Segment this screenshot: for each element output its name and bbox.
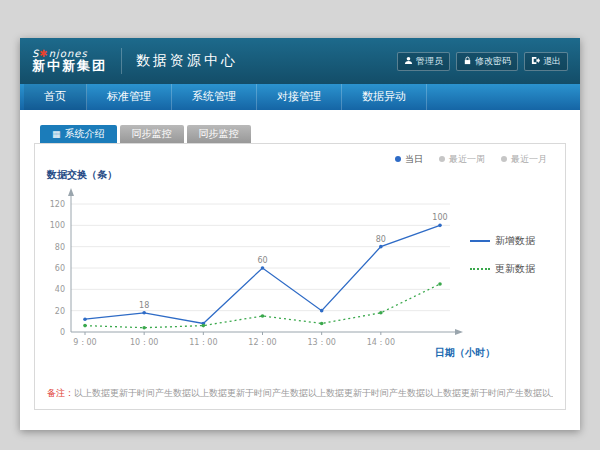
svg-text:100: 100 xyxy=(432,213,447,222)
admin-user-button[interactable]: 管理员 xyxy=(397,52,450,71)
svg-text:60: 60 xyxy=(257,256,267,265)
filter-last-week[interactable]: 最近一周 xyxy=(439,153,485,166)
svg-text:9：00: 9：00 xyxy=(73,338,96,347)
dot-icon xyxy=(439,156,445,162)
nav-item-home[interactable]: 首页 xyxy=(24,84,87,110)
header-divider xyxy=(121,48,122,74)
filter-label: 当日 xyxy=(405,153,423,166)
brand-mark-icon: ✱ xyxy=(39,48,48,59)
nav-item-data-change[interactable]: 数据异动 xyxy=(342,84,427,110)
footer-note: 备注：以上数据更新于时间产生数据以上数据更新于时间产生数据以上数据更新于时间产生… xyxy=(47,387,553,400)
brand-logo: S✱njones 新中新集团 xyxy=(32,48,107,74)
chart-row: 0204060801001209：0010：0011：0012：0013：001… xyxy=(45,182,555,362)
note-label: 备注： xyxy=(47,388,74,398)
nav-item-standard-mgmt[interactable]: 标准管理 xyxy=(87,84,172,110)
grid-icon: ▦ xyxy=(52,130,61,139)
page-title: 数据资源中心 xyxy=(136,52,238,70)
legend-item-updated-data[interactable]: 更新数据 xyxy=(470,262,554,276)
svg-text:60: 60 xyxy=(55,264,65,273)
tab-system-intro[interactable]: ▦ 系统介绍 xyxy=(40,125,117,143)
time-filter-legend: 当日 最近一周 最近一月 xyxy=(45,152,555,166)
tab-label: 同步监控 xyxy=(132,125,172,143)
svg-text:80: 80 xyxy=(376,235,386,244)
svg-text:100: 100 xyxy=(50,221,65,230)
svg-text:0: 0 xyxy=(60,328,65,337)
svg-text:18: 18 xyxy=(139,301,149,310)
brand-name-cn: 新中新集团 xyxy=(32,59,107,74)
logout-button[interactable]: 退出 xyxy=(524,52,568,71)
note-text: 以上数据更新于时间产生数据以上数据更新于时间产生数据以上数据更新于时间产生数据以… xyxy=(74,388,553,398)
app-window: S✱njones 新中新集团 数据资源中心 管理员 修改密码 退出 首页 标准管… xyxy=(20,38,580,430)
nav-item-connection-mgmt[interactable]: 对接管理 xyxy=(257,84,342,110)
svg-text:80: 80 xyxy=(55,243,65,252)
tab-strip: ▦ 系统介绍 同步监控 同步监控 xyxy=(34,125,566,144)
svg-text:11：00: 11：00 xyxy=(189,338,217,347)
main-nav: 首页 标准管理 系统管理 对接管理 数据异动 xyxy=(20,84,580,110)
change-password-button[interactable]: 修改密码 xyxy=(456,52,518,71)
logout-icon xyxy=(531,56,540,67)
filter-today[interactable]: 当日 xyxy=(395,153,423,166)
svg-text:120: 120 xyxy=(50,200,65,209)
tab-sync-monitor-2[interactable]: 同步监控 xyxy=(187,125,251,143)
dot-icon xyxy=(501,156,507,162)
solid-line-swatch-icon xyxy=(470,240,490,242)
app-header: S✱njones 新中新集团 数据资源中心 管理员 修改密码 退出 xyxy=(20,38,580,84)
tab-sync-monitor-1[interactable]: 同步监控 xyxy=(120,125,184,143)
series-label: 更新数据 xyxy=(495,262,535,276)
admin-user-label: 管理员 xyxy=(416,55,443,68)
dotted-line-swatch-icon xyxy=(470,268,490,270)
svg-text:40: 40 xyxy=(55,285,65,294)
svg-text:20: 20 xyxy=(55,307,65,316)
svg-text:13：00: 13：00 xyxy=(307,338,335,347)
line-chart: 0204060801001209：0010：0011：0012：0013：001… xyxy=(45,182,470,362)
dot-icon xyxy=(395,156,401,162)
user-icon xyxy=(404,56,413,67)
nav-item-system-mgmt[interactable]: 系统管理 xyxy=(172,84,257,110)
chart-panel: 当日 最近一周 最近一月 数据交换（条） 0204060801001209：00… xyxy=(34,144,566,410)
content-area: ▦ 系统介绍 同步监控 同步监控 当日 最近一周 xyxy=(20,110,580,410)
filter-last-month[interactable]: 最近一月 xyxy=(501,153,547,166)
lock-icon xyxy=(463,56,472,67)
legend-item-new-data[interactable]: 新增数据 xyxy=(470,234,554,248)
logout-label: 退出 xyxy=(543,55,561,68)
svg-text:14：00: 14：00 xyxy=(367,338,395,347)
series-label: 新增数据 xyxy=(495,234,535,248)
filter-label: 最近一周 xyxy=(449,153,485,166)
svg-text:10：00: 10：00 xyxy=(130,338,158,347)
svg-text:12：00: 12：00 xyxy=(248,338,276,347)
brand-suffix: njones xyxy=(49,48,88,59)
change-password-label: 修改密码 xyxy=(475,55,511,68)
chart-series-legend: 新增数据 更新数据 xyxy=(470,182,554,362)
filter-label: 最近一月 xyxy=(511,153,547,166)
tab-label: 同步监控 xyxy=(199,125,239,143)
header-actions: 管理员 修改密码 退出 xyxy=(397,52,568,71)
chart-y-axis-title: 数据交换（条） xyxy=(47,168,555,182)
tab-label: 系统介绍 xyxy=(65,125,105,143)
